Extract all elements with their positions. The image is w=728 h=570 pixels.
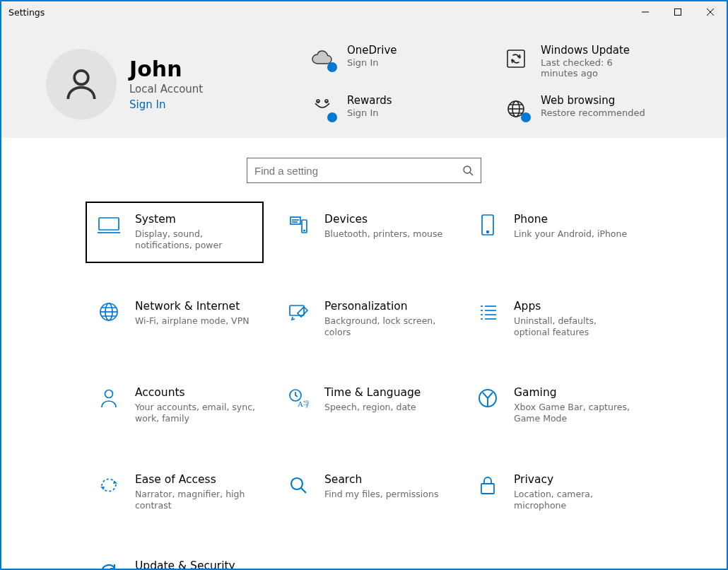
rewards-icon (307, 94, 337, 124)
tile-title: OneDrive (347, 44, 397, 57)
category-system[interactable]: SystemDisplay, sound, notifications, pow… (86, 202, 264, 263)
close-button[interactable] (694, 1, 727, 23)
tile-web-browsing[interactable]: Web browsing Restore recommended (501, 94, 682, 124)
category-label: Gaming (514, 386, 634, 399)
category-desc: Link your Android, iPhone (514, 228, 627, 240)
category-network[interactable]: Network & InternetWi-Fi, airplane mode, … (86, 289, 264, 350)
svg-point-39 (291, 478, 303, 489)
svg-rect-41 (481, 484, 494, 494)
category-label: Search (324, 473, 438, 486)
svg-line-12 (470, 173, 473, 175)
search-icon (462, 165, 474, 176)
system-icon (97, 213, 121, 237)
accounts-icon (97, 386, 121, 410)
tile-sub: Last checked: 6 minutes ago (541, 57, 647, 78)
category-desc: Find my files, permissions (324, 489, 438, 500)
search-input[interactable] (254, 165, 462, 177)
svg-point-21 (487, 231, 489, 233)
category-label: Apps (514, 300, 634, 313)
category-desc: Bluetooth, printers, mouse (324, 228, 442, 240)
svg-line-40 (301, 488, 306, 493)
category-desc: Wi-Fi, airplane mode, VPN (135, 315, 249, 327)
category-time[interactable]: A字Time & LanguageSpeech, region, date (275, 375, 453, 436)
gaming-icon (476, 386, 500, 410)
tile-sub: Restore recommended (541, 107, 645, 118)
svg-point-4 (74, 70, 88, 84)
tile-sub: Sign In (347, 107, 392, 118)
category-apps[interactable]: AppsUninstall, defaults, optional featur… (464, 289, 642, 350)
svg-point-11 (464, 166, 471, 173)
tile-sub: Sign In (347, 57, 397, 68)
time-icon: A字 (286, 386, 310, 410)
category-phone[interactable]: PhoneLink your Android, iPhone (464, 202, 642, 263)
category-devices[interactable]: DevicesBluetooth, printers, mouse (275, 202, 453, 263)
network-icon (97, 300, 121, 324)
devices-icon (286, 213, 310, 237)
account-name: John (129, 57, 203, 81)
category-label: Privacy (514, 473, 634, 486)
category-update[interactable]: Update & SecurityWindows Update, recover… (86, 548, 264, 570)
category-ease[interactable]: Ease of AccessNarrator, magnifier, high … (86, 462, 264, 523)
cloud-icon (307, 44, 337, 74)
avatar (46, 49, 117, 120)
category-label: System (135, 213, 255, 226)
phone-icon (476, 213, 500, 237)
account-signin-link[interactable]: Sign In (129, 98, 203, 111)
category-accounts[interactable]: AccountsYour accounts, email, sync, work… (86, 375, 264, 436)
category-label: Network & Internet (135, 300, 249, 313)
category-desc: Narrator, magnifier, high contrast (135, 489, 255, 512)
tile-title: Windows Update (541, 44, 647, 57)
category-desc: Speech, region, date (324, 402, 421, 413)
svg-point-34 (105, 390, 113, 398)
tile-title: Web browsing (541, 94, 645, 107)
privacy-icon (476, 473, 500, 497)
category-label: Time & Language (324, 386, 421, 399)
category-label: Phone (514, 213, 627, 226)
search-box[interactable] (247, 158, 481, 183)
search-icon (286, 473, 310, 497)
svg-rect-15 (290, 217, 300, 224)
svg-rect-13 (99, 218, 119, 230)
tile-title: Rewards (347, 94, 392, 107)
window-title: Settings (8, 7, 45, 18)
category-label: Update & Security (135, 559, 255, 570)
account-block[interactable]: John Local Account Sign In (46, 44, 307, 124)
maximize-button[interactable] (662, 1, 694, 23)
category-privacy[interactable]: PrivacyLocation, camera, microphone (464, 462, 642, 523)
category-desc: Location, camera, microphone (514, 489, 634, 512)
tile-windows-update[interactable]: Windows Update Last checked: 6 minutes a… (501, 44, 682, 78)
personalization-icon (286, 300, 310, 324)
svg-rect-5 (507, 50, 524, 67)
category-gaming[interactable]: GamingXbox Game Bar, captures, Game Mode (464, 375, 642, 436)
category-search[interactable]: SearchFind my files, permissions (275, 462, 453, 523)
ease-icon (97, 473, 121, 497)
category-desc: Xbox Game Bar, captures, Game Mode (514, 402, 634, 425)
category-personalization[interactable]: PersonalizationBackground, lock screen, … (275, 289, 453, 350)
category-desc: Your accounts, email, sync, work, family (135, 402, 255, 425)
titlebar: Settings (1, 1, 727, 23)
sync-icon (501, 44, 531, 74)
category-desc: Background, lock screen, colors (324, 315, 445, 339)
category-label: Accounts (135, 386, 255, 399)
globe-icon (501, 94, 531, 124)
category-label: Devices (324, 213, 442, 226)
tile-onedrive[interactable]: OneDrive Sign In (307, 44, 488, 78)
category-desc: Uninstall, defaults, optional features (514, 315, 634, 339)
minimize-button[interactable] (629, 1, 662, 23)
svg-text:A字: A字 (298, 400, 309, 408)
update-icon (97, 559, 121, 570)
account-type: Local Account (129, 83, 203, 95)
category-desc: Display, sound, notifications, power (135, 228, 255, 252)
svg-rect-1 (675, 9, 681, 16)
tile-rewards[interactable]: Rewards Sign In (307, 94, 488, 124)
category-label: Personalization (324, 300, 445, 313)
svg-rect-25 (290, 306, 304, 315)
apps-icon (476, 300, 500, 324)
category-label: Ease of Access (135, 473, 255, 486)
svg-point-19 (304, 230, 305, 231)
